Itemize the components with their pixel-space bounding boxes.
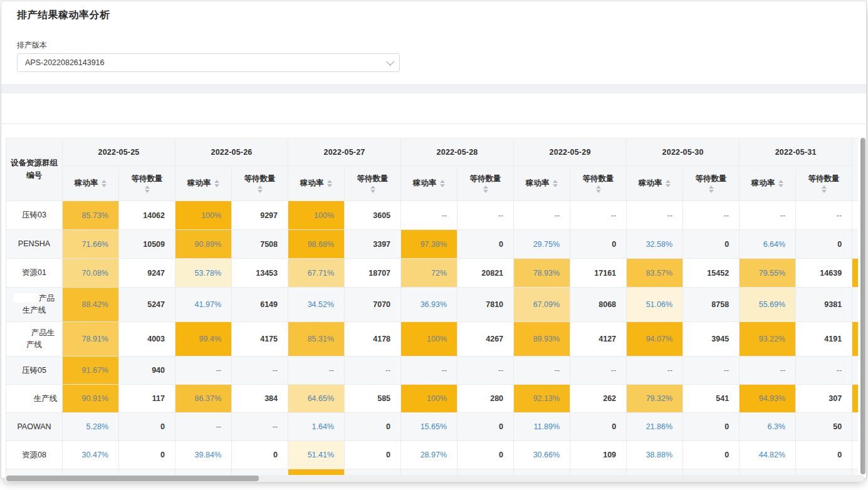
utilization-cell: 39.84% [175,441,232,469]
utilization-header-inner: 稼动率 [740,178,795,189]
app-window: 排产结果稼动率分析 排产版本 APS-20220826143916 设备资源群组… [1,1,867,479]
utilization-cell: -- [175,357,232,385]
utilization-cell: 78.93% [514,259,570,288]
sort-icon[interactable] [214,180,219,187]
sort-icon[interactable] [822,185,827,193]
utilization-cell: -- [514,201,570,230]
waiting-header-label: 等待数量 [583,174,614,184]
table-row: 产品生产线78.91%400399.4%417585.31%4178100%42… [6,322,859,357]
waiting-cell: 0 [796,230,852,259]
utilization-cell: -- [175,413,232,441]
version-select[interactable]: APS-20220826143916 [17,53,400,72]
utilization-table: 设备资源群组编号2022-05-252022-05-262022-05-2720… [6,138,858,476]
row-header: 生产线 [6,385,63,413]
waiting-cell: -- [570,201,627,230]
waiting-header-inner: 等待数量 [458,174,513,193]
waiting-column-header[interactable]: 等待数量 [458,166,514,201]
sort-icon[interactable] [709,185,714,193]
sort-icon[interactable] [102,180,107,187]
sort-ascend-icon [440,180,445,183]
sort-icon[interactable] [553,180,558,187]
utilization-cell: 94.07% [627,322,683,357]
utilization-column-header[interactable]: 稼动率 [740,166,796,201]
utilization-cell: 89.93% [514,322,570,357]
waiting-cell: -- [232,357,288,385]
utilization-column-header[interactable]: 稼动率 [288,166,345,201]
sort-icon[interactable] [596,185,601,193]
vertical-scrollbar[interactable] [860,138,865,474]
utilization-cell: 78.91% [63,322,119,357]
waiting-cell: 0 [683,413,740,441]
sort-icon[interactable] [145,185,150,193]
waiting-cell: 14062 [119,201,175,230]
sort-icon[interactable] [778,180,783,187]
waiting-cell: 117 [119,385,175,413]
utilization-header-inner: 稼动率 [627,178,682,189]
utilization-column-header[interactable]: 稼动率 [401,166,458,201]
sort-ascend-icon [483,185,488,189]
utilization-cell: 71.66% [63,230,119,259]
utilization-cell: -- [401,201,458,230]
utilization-cell: -- [740,201,796,230]
waiting-column-header[interactable]: 等待数量 [232,166,288,201]
sort-descend-icon [483,190,488,193]
utilization-cell: 67.09% [514,288,570,322]
utilization-cell: 53.78% [175,259,232,288]
waiting-header-label: 等待数量 [132,174,163,184]
waiting-cell: 8758 [683,288,740,322]
waiting-column-header[interactable]: 等待数量 [119,166,175,201]
row-header-line: 产品 [9,293,60,305]
waiting-cell: 10509 [119,230,175,259]
waiting-cell: -- [683,357,740,385]
waiting-header-inner: 等待数量 [345,174,400,193]
table-row: 资源0170.08%924753.78%1345367.71%1870772%2… [6,259,859,288]
utilization-column-header[interactable]: 稼动率 [514,166,570,201]
waiting-cell: 9247 [119,259,175,288]
waiting-cell: 585 [345,385,401,413]
row-header: PAOWAN [6,413,63,441]
sort-icon[interactable] [327,180,332,187]
waiting-column-header[interactable]: 等待数量 [570,166,627,201]
waiting-column-header[interactable]: 等待数量 [683,166,740,201]
date-column-header: 2022-05-28 [401,138,514,166]
utilization-column-header[interactable]: 稼动率 [63,166,119,201]
utilization-cell: 94.93% [740,385,796,413]
waiting-column-header[interactable]: 等待数量 [796,166,852,201]
utilization-cell: -- [627,357,683,385]
utilization-column-header[interactable]: 稼动率 [627,166,683,201]
sort-descend-icon [370,190,375,193]
sort-descend-icon [778,184,783,187]
waiting-column-header[interactable]: 等待数量 [345,166,401,201]
utilization-cell: 79.55% [740,259,796,288]
sort-ascend-icon [370,185,375,189]
clipped-next-column-cell [852,441,858,469]
utilization-header-label: 稼动率 [526,178,550,189]
utilization-cell: 91.67% [63,357,119,385]
utilization-cell: 6.64% [740,230,796,259]
sort-icon[interactable] [370,185,375,193]
utilization-cell: 100% [401,385,458,413]
waiting-cell: 3605 [345,201,401,230]
sort-icon[interactable] [440,180,445,187]
chevron-down-icon[interactable] [386,58,394,66]
waiting-cell: -- [458,357,514,385]
utilization-column-header[interactable]: 稼动率 [175,166,232,201]
utilization-cell: 97.38% [401,230,458,259]
sort-descend-icon [102,184,107,187]
horizontal-scrollbar-thumb[interactable] [6,476,259,481]
sort-icon[interactable] [483,185,488,193]
waiting-cell: -- [796,201,852,230]
clipped-next-column-cell [852,230,858,259]
horizontal-scrollbar-track[interactable] [4,475,864,482]
waiting-cell: 14639 [796,259,852,288]
sort-icon[interactable] [258,185,263,193]
row-header: 产品生产线 [6,322,63,357]
waiting-cell: 541 [683,385,740,413]
sort-icon[interactable] [666,180,671,187]
utilization-cell: 79.32% [627,385,683,413]
utilization-cell: 90.89% [175,230,232,259]
utilization-cell: 70.08% [63,259,119,288]
row-header: PENSHA [6,230,63,259]
waiting-cell: 4127 [570,322,627,357]
sort-ascend-icon [596,185,601,189]
